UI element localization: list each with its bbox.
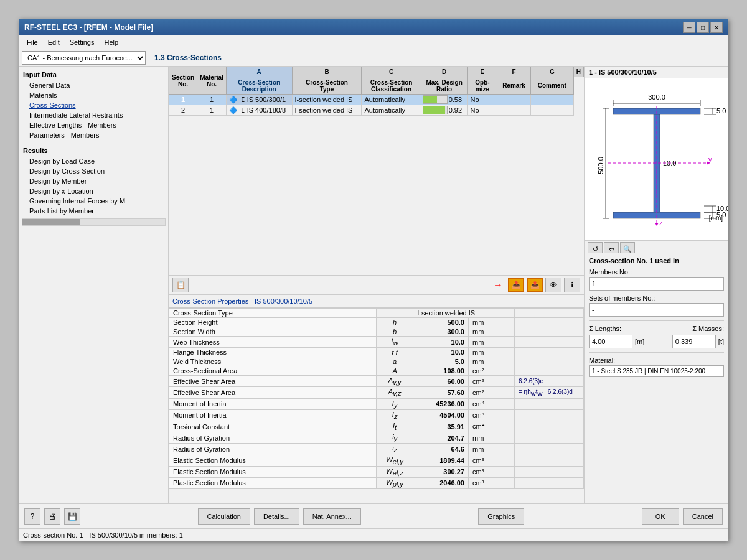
close-button[interactable]: ✕	[710, 22, 723, 33]
preview-title: 1 - IS 500/300/10/10/5	[585, 67, 728, 78]
details-button[interactable]: Details...	[254, 508, 299, 525]
prop-val-width: 300.0	[413, 327, 469, 337]
cell-comment-1	[530, 95, 573, 105]
cell-ratio-2: 0.92	[421, 105, 467, 116]
sidebar-item-parameters[interactable]: Parameters - Members	[19, 130, 168, 140]
properties-title: Cross-Section Properties - IS 500/300/10…	[169, 295, 584, 308]
prop-name-weld: Weld Thickness	[169, 357, 377, 366]
cell-desc-2: 🔷 I IS 400/180/8	[226, 105, 292, 116]
sidebar-item-effective-lengths[interactable]: Effective Lengths - Members	[19, 120, 168, 130]
title-bar: RF-STEEL EC3 - [RFEM - Model File] ─ □ ✕	[19, 19, 728, 35]
import-image-button[interactable]: 📋	[172, 278, 189, 292]
prop-ref-gyration-y	[514, 432, 583, 444]
prop-name-area: Cross-Sectional Area	[169, 366, 377, 376]
cell-class-2: Automatically	[362, 105, 421, 116]
prop-sym-plastic-y: Wpl,y	[377, 477, 413, 488]
import-section-button[interactable]: 📥	[508, 278, 524, 292]
lengths-input[interactable]	[589, 335, 632, 348]
prop-name-inertia-z: Moment of Inertia	[169, 409, 377, 421]
sidebar-item-parts-list[interactable]: Parts List by Member	[19, 206, 168, 216]
print-button[interactable]: 🖨	[44, 508, 60, 525]
prop-val-type: I-section welded IS	[413, 309, 515, 318]
sidebar-item-design-member[interactable]: Design by Member	[19, 176, 168, 186]
prop-val-height: 500.0	[413, 318, 469, 327]
menu-settings[interactable]: Settings	[65, 37, 100, 47]
prop-ref-torsion	[514, 421, 583, 432]
prop-unit-shear-z: cm²	[468, 387, 514, 398]
sidebar-item-general-data[interactable]: General Data	[19, 80, 168, 90]
section-svg: 300.0 5.0	[594, 91, 719, 228]
sidebar-item-governing-forces[interactable]: Governing Internal Forces by M	[19, 196, 168, 206]
minimize-button[interactable]: ─	[683, 22, 695, 33]
prop-sym-shear-z: Av,z	[377, 387, 413, 398]
cell-ratio-1: 0.58	[421, 95, 467, 105]
menu-help[interactable]: Help	[99, 37, 123, 47]
masses-input[interactable]	[672, 335, 716, 348]
prop-val-area: 108.00	[413, 366, 469, 376]
cell-optimize-2: No	[467, 105, 497, 116]
prop-name-elastic-y: Elastic Section Modulus	[169, 455, 377, 466]
prop-val-web: 10.0	[413, 337, 469, 348]
prop-name-height: Section Height	[169, 318, 377, 327]
content-area: SectionNo. MaterialNo. A B C D E F G H	[169, 67, 728, 503]
table-row[interactable]: 1 1 🔷 I IS 500/300/1 I-section welded IS…	[169, 95, 584, 105]
preview-btn-flip[interactable]: ⇔	[604, 242, 619, 253]
prop-ref-elastic-y	[514, 455, 583, 466]
prop-row-inertia-z: Moment of Inertia Iz 4504.00 cm⁴	[169, 409, 584, 421]
prop-sym-shear-y: Av,y	[377, 376, 413, 387]
nat-annex-button[interactable]: Nat. Annex...	[303, 508, 361, 525]
menu-edit[interactable]: Edit	[43, 37, 65, 47]
menu-file[interactable]: File	[22, 37, 43, 47]
prop-row-height: Section Height h 500.0 mm	[169, 318, 584, 327]
prop-row-shear-y: Effective Shear Area Av,y 60.00 cm² 6.2.…	[169, 376, 584, 387]
visibility-button[interactable]: 👁	[545, 278, 561, 292]
prop-sym-inertia-z: Iz	[377, 409, 413, 421]
export-section-button[interactable]: 📤	[527, 278, 543, 292]
prop-unit-elastic-z: cm³	[468, 466, 514, 477]
help-icon-button[interactable]: ?	[24, 508, 40, 525]
preview-btn-zoom[interactable]: 🔍	[620, 242, 635, 253]
lengths-values-row: [m] [t]	[589, 335, 724, 348]
status-bar: Cross-section No. 1 - IS 500/300/10/5 in…	[19, 528, 728, 541]
table-row[interactable]: 2 1 🔷 I IS 400/180/8 I-section welded IS…	[169, 105, 584, 116]
section-info: Cross-section No. 1 used in Members No.:…	[585, 253, 728, 503]
svg-text:300.0: 300.0	[648, 93, 665, 101]
prop-sym-weld: a	[377, 357, 413, 366]
window-title: RF-STEEL EC3 - [RFEM - Model File]	[24, 23, 153, 32]
prop-unit-height: mm	[468, 318, 514, 327]
calculation-button[interactable]: Calculation	[198, 508, 250, 525]
svg-text:10.0: 10.0	[663, 159, 676, 167]
info-button[interactable]: ℹ	[564, 278, 580, 292]
prop-name-web: Web Thickness	[169, 337, 377, 348]
cancel-button[interactable]: Cancel	[683, 508, 723, 525]
members-no-input[interactable]	[589, 277, 724, 291]
grid-container[interactable]: SectionNo. MaterialNo. A B C D E F G H	[169, 67, 584, 276]
preview-btn-rotate[interactable]: ↺	[588, 242, 603, 253]
sidebar-item-lateral-restraints[interactable]: Intermediate Lateral Restraints	[19, 110, 168, 120]
sets-input[interactable]	[589, 303, 724, 317]
cell-desc-1: 🔷 I IS 500/300/1	[226, 95, 292, 105]
col-desc-header: Cross-SectionDescription	[226, 77, 292, 95]
maximize-button[interactable]: □	[697, 22, 709, 33]
data-grid-area: SectionNo. MaterialNo. A B C D E F G H	[169, 67, 728, 503]
sidebar-item-cross-sections[interactable]: Cross-Sections	[19, 100, 168, 110]
export-button[interactable]: 💾	[64, 508, 80, 525]
sidebar-item-materials[interactable]: Materials	[19, 90, 168, 100]
case-dropdown[interactable]: CA1 - Bemessung nach Eurococ...	[22, 51, 146, 65]
prop-val-flange: 10.0	[413, 348, 469, 357]
col-header-D: D	[421, 67, 467, 77]
sidebar-item-design-load-case[interactable]: Design by Load Case	[19, 156, 168, 166]
col-header-G: G	[530, 67, 573, 77]
prop-ref-shear-y: 6.2.6(3)e	[514, 376, 583, 387]
sidebar-item-design-x-location[interactable]: Design by x-Location	[19, 186, 168, 196]
prop-val-inertia-z: 4504.00	[413, 409, 469, 421]
prop-name-elastic-z: Elastic Section Modulus	[169, 466, 377, 477]
ok-button[interactable]: OK	[642, 508, 679, 525]
prop-table-container[interactable]: Cross-Section Type I-section welded IS S…	[169, 308, 584, 503]
right-panel: 1 - IS 500/300/10/10/5 300.0	[585, 67, 728, 503]
prop-sym-inertia-y: Iy	[377, 398, 413, 409]
graphics-button[interactable]: Graphics	[478, 508, 524, 525]
sidebar-item-design-cross-section[interactable]: Design by Cross-Section	[19, 166, 168, 176]
prop-unit-shear-y: cm²	[468, 376, 514, 387]
prop-unit-width: mm	[468, 327, 514, 337]
